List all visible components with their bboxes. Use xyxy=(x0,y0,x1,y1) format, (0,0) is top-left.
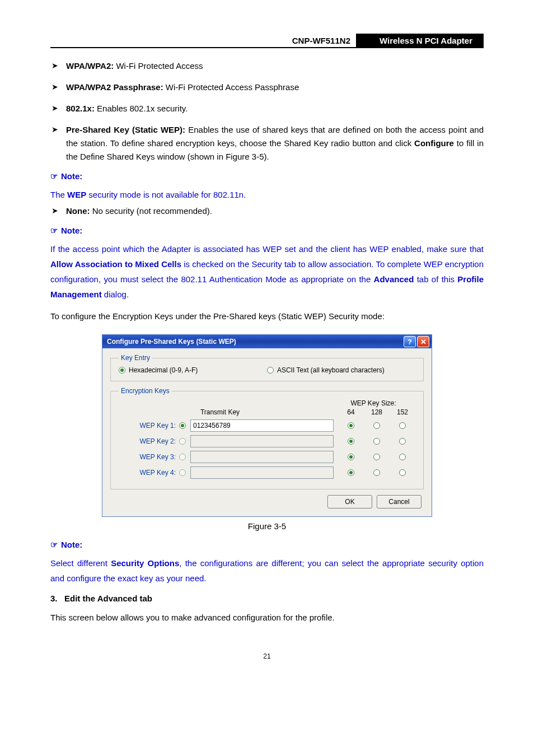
hand-icon: ☞ xyxy=(50,226,58,235)
dialog-title: Configure Pre-Shared Keys (Static WEP) xyxy=(107,338,402,346)
bullet-list-1: WPA/WPA2: Wi-Fi Protected Access WPA/WPA… xyxy=(50,59,484,164)
wep-key-row-2: WEP Key 2: xyxy=(119,435,415,447)
cancel-button[interactable]: Cancel xyxy=(377,495,421,508)
page-number: 21 xyxy=(50,652,484,660)
note-3-label: ☞Note: xyxy=(50,540,484,550)
bullet-wpa: WPA/WPA2: Wi-Fi Protected Access xyxy=(66,59,484,73)
encryption-keys-legend: Encryption Keys xyxy=(119,387,172,395)
size152-radio-4[interactable] xyxy=(399,469,406,476)
wep-key-4-input[interactable] xyxy=(190,466,334,479)
encryption-keys-group: Encryption Keys WEP Key Size: Transmit K… xyxy=(110,387,424,489)
wep-key-2-label: WEP Key 2: xyxy=(140,437,176,445)
wep-key-row-4: WEP Key 4: xyxy=(119,466,415,479)
size64-radio-4[interactable] xyxy=(348,469,354,476)
size128-radio-1[interactable] xyxy=(373,422,380,429)
figure-caption: Figure 3-5 xyxy=(50,521,484,531)
hex-label: Hexadecimal (0-9, A-F) xyxy=(129,366,198,374)
help-button[interactable]: ? xyxy=(404,336,416,347)
key-entry-legend: Key Entry xyxy=(119,354,152,362)
wep-key-3-input[interactable] xyxy=(190,451,334,463)
transmit-key-label: Transmit Key xyxy=(119,408,338,416)
wep-key-row-3: WEP Key 3: xyxy=(119,451,415,463)
col-128: 128 xyxy=(364,408,390,416)
bullet-psk: Pre-Shared Key (Static WEP): Enables the… xyxy=(66,123,484,164)
para-after: This screen below allows you to make adv… xyxy=(50,611,484,624)
size64-radio-1[interactable] xyxy=(348,422,354,429)
note-2-body: If the access point which the Adapter is… xyxy=(50,241,484,302)
wep-key-row-1: WEP Key 1: xyxy=(119,419,415,432)
size128-radio-2[interactable] xyxy=(373,438,380,445)
size64-radio-2[interactable] xyxy=(348,438,354,445)
col-152: 152 xyxy=(390,408,415,416)
ok-button[interactable]: OK xyxy=(327,495,372,508)
col-64: 64 xyxy=(338,408,364,416)
size152-radio-1[interactable] xyxy=(399,422,406,429)
bullet-8021x: 802.1x: Enables 802.1x security. xyxy=(66,102,484,115)
ascii-option[interactable]: ASCII Text (all keyboard characters) xyxy=(267,366,415,374)
bullet-list-none: None: No security (not recommended). xyxy=(50,204,484,218)
note-2-label: ☞Note: xyxy=(50,226,484,236)
close-button[interactable]: ✕ xyxy=(417,336,429,347)
wep-dialog: Configure Pre-Shared Keys (Static WEP) ?… xyxy=(102,334,432,517)
para-preconfig: To configure the Encryption Keys under t… xyxy=(50,310,484,323)
hex-option[interactable]: Hexadecimal (0-9, A-F) xyxy=(119,366,267,374)
size64-radio-3[interactable] xyxy=(348,454,354,460)
wep-key-4-label: WEP Key 4: xyxy=(140,469,176,477)
page-header: CNP-WF511N2 Wireless N PCI Adapter xyxy=(50,34,484,48)
wep-key-size-label: WEP Key Size: xyxy=(331,399,415,407)
bullet-none: None: No security (not recommended). xyxy=(66,204,484,218)
size128-radio-3[interactable] xyxy=(373,454,380,460)
note-3-body: Select different Security Options, the c… xyxy=(50,556,484,586)
hand-icon: ☞ xyxy=(50,540,58,549)
wep-key-1-input[interactable] xyxy=(190,419,334,432)
wep-key-1-label: WEP Key 1: xyxy=(140,422,176,430)
dialog-titlebar: Configure Pre-Shared Keys (Static WEP) ?… xyxy=(102,335,432,348)
wep-key-3-label: WEP Key 3: xyxy=(140,453,176,461)
note-1-label: ☞Note: xyxy=(50,171,484,181)
hex-radio[interactable] xyxy=(119,367,125,374)
note-1-body: The WEP security mode is not available f… xyxy=(50,187,484,202)
key-entry-group: Key Entry Hexadecimal (0-9, A-F) ASCII T… xyxy=(110,354,424,381)
transmit-radio-4[interactable] xyxy=(179,469,186,476)
header-model: CNP-WF511N2 xyxy=(287,34,357,47)
hand-icon: ☞ xyxy=(50,171,58,181)
wep-key-2-input[interactable] xyxy=(190,435,334,447)
transmit-radio-2[interactable] xyxy=(179,438,186,445)
transmit-radio-1[interactable] xyxy=(179,422,186,429)
bullet-wpa-pass: WPA/WPA2 Passphrase: Wi-Fi Protected Acc… xyxy=(66,81,484,94)
transmit-radio-3[interactable] xyxy=(179,454,186,460)
ascii-label: ASCII Text (all keyboard characters) xyxy=(277,366,385,374)
header-product: Wireless N PCI Adapter xyxy=(357,34,484,47)
section-3-heading: 3. Edit the Advanced tab xyxy=(50,594,484,603)
ascii-radio[interactable] xyxy=(267,367,274,374)
size152-radio-3[interactable] xyxy=(399,454,406,460)
size152-radio-2[interactable] xyxy=(399,438,406,445)
size128-radio-4[interactable] xyxy=(373,469,380,476)
